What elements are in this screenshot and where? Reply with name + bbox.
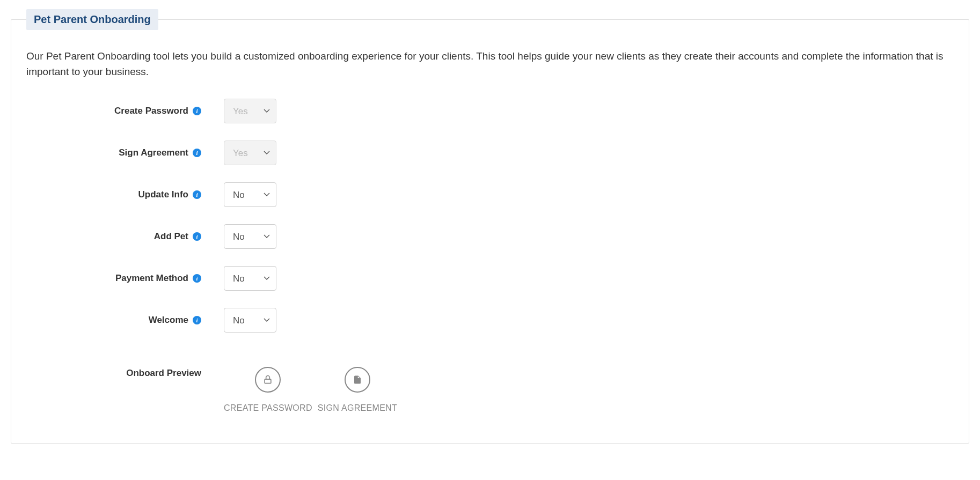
info-icon[interactable]: i [193, 274, 201, 283]
label-welcome: Welcome [149, 315, 188, 326]
preview-items: CREATE PASSWORD SIGN AGREEMENT [224, 367, 397, 413]
select-create-password: Yes [224, 99, 276, 123]
info-icon[interactable]: i [193, 316, 201, 324]
lock-icon [255, 367, 281, 393]
preview-label: CREATE PASSWORD [224, 403, 312, 413]
panel-title: Pet Parent Onboarding [26, 9, 158, 30]
row-update-info: Update Info i No [26, 182, 954, 207]
info-icon[interactable]: i [193, 232, 201, 241]
preview-create-password: CREATE PASSWORD [224, 367, 312, 413]
row-onboard-preview: Onboard Preview CREATE PASSWORD SIGN AGR… [26, 367, 954, 413]
row-create-password: Create Password i Yes [26, 99, 954, 123]
select-payment-method[interactable]: No [224, 266, 276, 291]
label-onboard-preview: Onboard Preview [126, 368, 201, 379]
label-sign-agreement: Sign Agreement [119, 147, 188, 158]
select-welcome[interactable]: No [224, 308, 276, 333]
label-add-pet: Add Pet [154, 231, 188, 242]
info-icon[interactable]: i [193, 107, 201, 115]
form-rows: Create Password i Yes Sign Agreement i Y… [26, 99, 954, 333]
document-icon [345, 367, 370, 393]
row-payment-method: Payment Method i No [26, 266, 954, 291]
label-create-password: Create Password [114, 106, 188, 116]
preview-sign-agreement: SIGN AGREEMENT [318, 367, 397, 413]
onboarding-panel: Pet Parent Onboarding Our Pet Parent Onb… [11, 19, 969, 444]
row-add-pet: Add Pet i No [26, 224, 954, 249]
row-welcome: Welcome i No [26, 308, 954, 333]
info-icon[interactable]: i [193, 149, 201, 157]
row-sign-agreement: Sign Agreement i Yes [26, 141, 954, 165]
label-payment-method: Payment Method [115, 273, 188, 284]
select-add-pet[interactable]: No [224, 224, 276, 249]
select-sign-agreement: Yes [224, 141, 276, 165]
preview-label: SIGN AGREEMENT [318, 403, 397, 413]
panel-description: Our Pet Parent Onboarding tool lets you … [26, 49, 954, 79]
label-update-info: Update Info [138, 189, 189, 200]
info-icon[interactable]: i [193, 190, 201, 199]
select-update-info[interactable]: No [224, 182, 276, 207]
